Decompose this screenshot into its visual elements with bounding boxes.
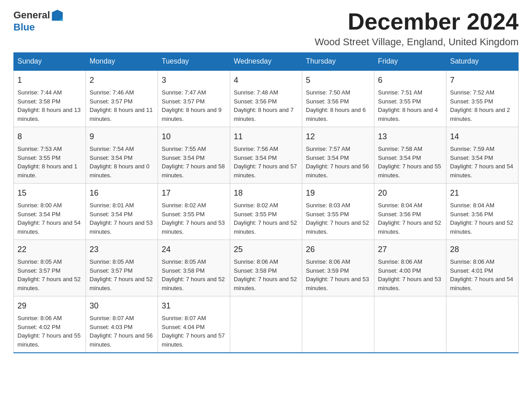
daylight-text: Daylight: 7 hours and 53 minutes. bbox=[306, 276, 369, 291]
calendar-cell: 28Sunrise: 8:06 AMSunset: 4:01 PMDayligh… bbox=[446, 240, 519, 296]
day-number: 28 bbox=[450, 244, 515, 256]
header-saturday: Saturday bbox=[446, 53, 519, 71]
week-row-2: 8Sunrise: 7:53 AMSunset: 3:55 PMDaylight… bbox=[14, 127, 519, 184]
daylight-text: Daylight: 7 hours and 52 minutes. bbox=[306, 219, 369, 235]
daylight-text: Daylight: 8 hours and 11 minutes. bbox=[90, 107, 153, 122]
calendar-cell bbox=[302, 296, 374, 353]
title-section: December 2024 Wood Street Village, Engla… bbox=[315, 9, 519, 48]
daylight-text: Daylight: 7 hours and 52 minutes. bbox=[17, 276, 81, 291]
daylight-text: Daylight: 7 hours and 52 minutes. bbox=[234, 219, 297, 235]
calendar-cell: 24Sunrise: 8:05 AMSunset: 3:58 PMDayligh… bbox=[158, 240, 230, 296]
sunset-text: Sunset: 3:57 PM bbox=[90, 267, 133, 274]
sunrise-text: Sunrise: 8:04 AM bbox=[378, 202, 422, 209]
calendar-cell: 19Sunrise: 8:03 AMSunset: 3:55 PMDayligh… bbox=[302, 184, 374, 240]
sunrise-text: Sunrise: 8:02 AM bbox=[234, 202, 278, 209]
sunrise-text: Sunrise: 8:06 AM bbox=[450, 258, 494, 265]
daylight-text: Daylight: 8 hours and 0 minutes. bbox=[90, 163, 150, 179]
daylight-text: Daylight: 8 hours and 4 minutes. bbox=[378, 107, 438, 122]
sunrise-text: Sunrise: 7:55 AM bbox=[162, 146, 206, 152]
sunrise-text: Sunrise: 8:03 AM bbox=[306, 202, 350, 209]
daylight-text: Daylight: 8 hours and 1 minute. bbox=[17, 163, 77, 179]
sunset-text: Sunset: 3:56 PM bbox=[306, 98, 349, 105]
calendar-cell: 26Sunrise: 8:06 AMSunset: 3:59 PMDayligh… bbox=[302, 240, 374, 296]
sunrise-text: Sunrise: 8:00 AM bbox=[17, 202, 62, 209]
day-number: 22 bbox=[17, 244, 82, 256]
daylight-text: Daylight: 7 hours and 52 minutes. bbox=[450, 219, 513, 235]
header-wednesday: Wednesday bbox=[230, 53, 302, 71]
sunset-text: Sunset: 3:54 PM bbox=[90, 211, 133, 218]
header-tuesday: Tuesday bbox=[158, 53, 230, 71]
daylight-text: Daylight: 7 hours and 55 minutes. bbox=[378, 163, 441, 179]
daylight-text: Daylight: 7 hours and 54 minutes. bbox=[450, 276, 513, 291]
calendar-cell: 20Sunrise: 8:04 AMSunset: 3:56 PMDayligh… bbox=[374, 184, 446, 240]
sunset-text: Sunset: 3:57 PM bbox=[17, 267, 60, 274]
sunset-text: Sunset: 3:56 PM bbox=[234, 98, 277, 105]
logo-general: General bbox=[13, 9, 50, 21]
sunset-text: Sunset: 3:55 PM bbox=[378, 98, 421, 105]
daylight-text: Daylight: 7 hours and 53 minutes. bbox=[90, 219, 153, 235]
logo-icon bbox=[51, 9, 64, 21]
sunrise-text: Sunrise: 8:07 AM bbox=[162, 315, 206, 321]
day-number: 13 bbox=[378, 131, 442, 143]
daylight-text: Daylight: 8 hours and 9 minutes. bbox=[162, 107, 222, 122]
day-number: 17 bbox=[162, 187, 226, 199]
day-number: 5 bbox=[306, 74, 370, 86]
sunset-text: Sunset: 4:04 PM bbox=[162, 324, 205, 330]
daylight-text: Daylight: 7 hours and 53 minutes. bbox=[378, 276, 441, 291]
sunset-text: Sunset: 3:57 PM bbox=[162, 98, 205, 105]
day-number: 9 bbox=[90, 131, 154, 143]
logo: General Blue bbox=[13, 9, 64, 33]
day-number: 10 bbox=[162, 131, 226, 143]
sunset-text: Sunset: 3:55 PM bbox=[450, 98, 493, 105]
day-number: 31 bbox=[162, 300, 226, 312]
calendar-cell: 13Sunrise: 7:58 AMSunset: 3:54 PMDayligh… bbox=[374, 127, 446, 184]
sunrise-text: Sunrise: 7:51 AM bbox=[378, 89, 422, 96]
sunset-text: Sunset: 3:58 PM bbox=[17, 98, 60, 105]
daylight-text: Daylight: 7 hours and 57 minutes. bbox=[234, 163, 297, 179]
sunset-text: Sunset: 3:55 PM bbox=[306, 211, 349, 218]
daylight-text: Daylight: 7 hours and 54 minutes. bbox=[450, 163, 513, 179]
sunset-text: Sunset: 3:59 PM bbox=[306, 267, 349, 274]
daylight-text: Daylight: 7 hours and 52 minutes. bbox=[162, 276, 225, 291]
daylight-text: Daylight: 7 hours and 53 minutes. bbox=[162, 219, 225, 235]
sunrise-text: Sunrise: 8:05 AM bbox=[90, 258, 134, 265]
calendar-cell: 25Sunrise: 8:06 AMSunset: 3:58 PMDayligh… bbox=[230, 240, 302, 296]
daylight-text: Daylight: 8 hours and 7 minutes. bbox=[234, 107, 294, 122]
sunrise-text: Sunrise: 7:56 AM bbox=[234, 146, 278, 152]
calendar-cell: 10Sunrise: 7:55 AMSunset: 3:54 PMDayligh… bbox=[158, 127, 230, 184]
day-number: 30 bbox=[90, 300, 154, 312]
calendar-cell: 3Sunrise: 7:47 AMSunset: 3:57 PMDaylight… bbox=[158, 70, 230, 127]
day-number: 24 bbox=[162, 244, 226, 256]
sunrise-text: Sunrise: 7:50 AM bbox=[306, 89, 350, 96]
sunset-text: Sunset: 3:55 PM bbox=[162, 211, 205, 218]
daylight-text: Daylight: 8 hours and 6 minutes. bbox=[306, 107, 366, 122]
day-number: 4 bbox=[234, 74, 298, 86]
calendar-cell: 6Sunrise: 7:51 AMSunset: 3:55 PMDaylight… bbox=[374, 70, 446, 127]
daylight-text: Daylight: 7 hours and 55 minutes. bbox=[17, 332, 81, 348]
sunset-text: Sunset: 3:54 PM bbox=[306, 154, 349, 161]
daylight-text: Daylight: 7 hours and 52 minutes. bbox=[234, 276, 297, 291]
day-number: 7 bbox=[450, 74, 515, 86]
day-number: 29 bbox=[17, 300, 82, 312]
calendar-cell bbox=[374, 296, 446, 353]
calendar-cell: 1Sunrise: 7:44 AMSunset: 3:58 PMDaylight… bbox=[14, 70, 86, 127]
calendar-cell: 23Sunrise: 8:05 AMSunset: 3:57 PMDayligh… bbox=[86, 240, 158, 296]
sunset-text: Sunset: 3:56 PM bbox=[450, 211, 493, 218]
daylight-text: Daylight: 8 hours and 13 minutes. bbox=[17, 107, 81, 122]
day-number: 14 bbox=[450, 131, 515, 143]
sunrise-text: Sunrise: 8:07 AM bbox=[90, 315, 134, 321]
calendar-cell: 2Sunrise: 7:46 AMSunset: 3:57 PMDaylight… bbox=[86, 70, 158, 127]
daylight-text: Daylight: 7 hours and 52 minutes. bbox=[378, 219, 441, 235]
sunrise-text: Sunrise: 7:48 AM bbox=[234, 89, 278, 96]
header-friday: Friday bbox=[374, 53, 446, 71]
calendar-cell: 18Sunrise: 8:02 AMSunset: 3:55 PMDayligh… bbox=[230, 184, 302, 240]
sunset-text: Sunset: 3:57 PM bbox=[90, 98, 133, 105]
calendar-cell: 29Sunrise: 8:06 AMSunset: 4:02 PMDayligh… bbox=[14, 296, 86, 353]
daylight-text: Daylight: 7 hours and 52 minutes. bbox=[90, 276, 153, 291]
week-row-5: 29Sunrise: 8:06 AMSunset: 4:02 PMDayligh… bbox=[14, 296, 519, 353]
sunrise-text: Sunrise: 8:04 AM bbox=[450, 202, 494, 209]
day-number: 8 bbox=[17, 131, 82, 143]
sunset-text: Sunset: 4:01 PM bbox=[450, 267, 493, 274]
sunrise-text: Sunrise: 8:06 AM bbox=[378, 258, 422, 265]
sunrise-text: Sunrise: 7:44 AM bbox=[17, 89, 62, 96]
